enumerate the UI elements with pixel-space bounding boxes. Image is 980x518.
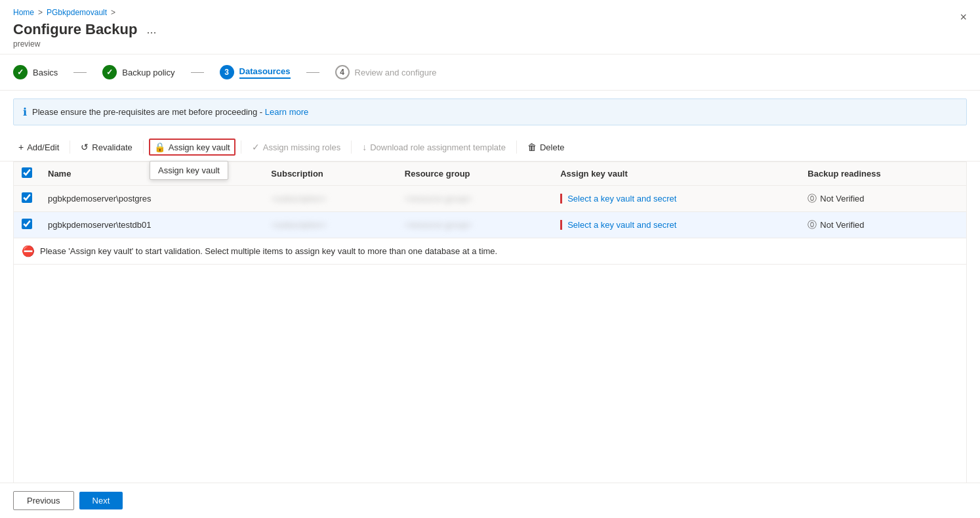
error-row: ⛔ Please 'Assign key vault' to start val… xyxy=(14,238,966,265)
row2-key-vault-link[interactable]: Select a key vault and secret xyxy=(560,220,676,230)
row2-name: pgbkpdemoserver\testdb01 xyxy=(40,212,263,238)
delete-icon: 🗑 xyxy=(527,142,537,152)
step-label-datasources: Datasources xyxy=(239,66,291,79)
step-circle-datasources: 3 xyxy=(220,65,234,79)
page-container: Home > PGbkpdemovault > Configure Backup… xyxy=(0,0,980,518)
header: Home > PGbkpdemovault > Configure Backup… xyxy=(0,0,980,54)
ellipsis-button[interactable]: ... xyxy=(142,22,160,38)
step-basics[interactable]: ✓ Basics xyxy=(13,65,58,79)
col-assign-key-vault: Assign key vault xyxy=(552,162,800,186)
title-row: Configure Backup ... xyxy=(13,21,967,38)
toolbar-divider-2 xyxy=(143,140,144,154)
revalidate-icon: ↺ xyxy=(81,142,89,152)
question-icon-row1: ⓪ xyxy=(807,193,817,205)
revalidate-button[interactable]: ↺ Revalidate xyxy=(75,139,137,156)
step-label-basics: Basics xyxy=(33,68,58,77)
next-button[interactable]: Next xyxy=(79,492,123,509)
row1-name: pgbkpdemoserver\postgres xyxy=(40,186,263,212)
info-icon: ℹ xyxy=(23,106,27,118)
col-backup-readiness: Backup readiness xyxy=(800,162,966,186)
row2-key-vault: Select a key vault and secret xyxy=(552,212,800,238)
previous-button[interactable]: Previous xyxy=(13,491,74,510)
assign-key-vault-tooltip: Assign key vault xyxy=(150,161,228,180)
row1-checkbox[interactable] xyxy=(22,192,32,203)
toolbar: + Add/Edit ↺ Revalidate 🔒 Assign key vau… xyxy=(0,133,980,162)
col-subscription: Subscription xyxy=(263,162,397,186)
steps-bar: ✓ Basics ✓ Backup policy 3 Datasources 4… xyxy=(0,54,980,91)
delete-button[interactable]: 🗑 Delete xyxy=(522,139,570,156)
info-bar: ℹ Please ensure the pre-requisites are m… xyxy=(13,98,967,125)
page-title: Configure Backup xyxy=(13,21,137,38)
key-vault-icon: 🔒 xyxy=(154,142,165,152)
step-label-backup-policy: Backup policy xyxy=(122,68,174,77)
step-circle-basics: ✓ xyxy=(13,65,28,79)
step-circle-review: 4 xyxy=(335,65,350,79)
footer: Previous Next xyxy=(0,483,980,518)
breadcrumb: Home > PGbkpdemovault > xyxy=(13,8,967,17)
add-edit-button[interactable]: + Add/Edit xyxy=(13,139,64,156)
error-cell: ⛔ Please 'Assign key vault' to start val… xyxy=(14,238,966,265)
step-datasources[interactable]: 3 Datasources xyxy=(220,65,291,79)
toolbar-divider-5 xyxy=(516,140,517,154)
table-row: pgbkpdemoserver\testdb01 <subscription> … xyxy=(14,212,966,238)
row2-backup-readiness: ⓪ Not Verified xyxy=(800,212,966,238)
row1-subscription: <subscription> xyxy=(263,186,397,212)
row2-checkbox-cell xyxy=(14,212,40,238)
preview-label: preview xyxy=(13,39,967,49)
row1-key-vault: Select a key vault and secret xyxy=(552,186,800,212)
row2-subscription: <subscription> xyxy=(263,212,397,238)
step-backup-policy[interactable]: ✓ Backup policy xyxy=(102,65,174,79)
download-template-button[interactable]: ↓ Download role assignment template xyxy=(357,139,511,156)
row1-resource-group: <resource group> xyxy=(397,186,552,212)
breadcrumb-vault[interactable]: PGbkpdemovault xyxy=(47,8,107,17)
check-icon: ✓ xyxy=(252,142,260,152)
select-all-cell xyxy=(14,162,40,186)
breadcrumb-home[interactable]: Home xyxy=(13,8,34,17)
assign-missing-roles-button[interactable]: ✓ Assign missing roles xyxy=(247,139,346,156)
error-icon: ⛔ xyxy=(22,245,35,257)
row1-key-vault-link[interactable]: Select a key vault and secret xyxy=(560,194,676,204)
select-all-checkbox[interactable] xyxy=(22,167,32,178)
toolbar-divider-1 xyxy=(70,140,70,154)
info-text: Please ensure the pre-requisites are met… xyxy=(32,107,308,117)
step-divider-3 xyxy=(306,72,319,73)
table-container: Name Subscription Resource group Assign … xyxy=(13,162,967,518)
step-divider-1 xyxy=(73,72,87,73)
toolbar-divider-4 xyxy=(351,140,352,154)
close-button[interactable]: × xyxy=(960,11,967,24)
step-review[interactable]: 4 Review and configure xyxy=(335,65,437,79)
col-resource-group: Resource group xyxy=(397,162,552,186)
row1-checkbox-cell xyxy=(14,186,40,212)
download-icon: ↓ xyxy=(362,142,367,152)
row2-resource-group: <resource group> xyxy=(397,212,552,238)
toolbar-divider-3 xyxy=(241,140,241,154)
row1-backup-readiness: ⓪ Not Verified xyxy=(800,186,966,212)
step-divider-2 xyxy=(191,72,204,73)
question-icon-row2: ⓪ xyxy=(807,219,817,231)
table-row: pgbkpdemoserver\postgres <subscription> … xyxy=(14,186,966,212)
step-circle-backup-policy: ✓ xyxy=(102,65,117,79)
assign-key-vault-button[interactable]: 🔒 Assign key vault xyxy=(149,139,235,156)
row2-checkbox[interactable] xyxy=(22,219,32,229)
step-label-review: Review and configure xyxy=(355,68,437,77)
learn-more-link[interactable]: Learn more xyxy=(265,107,308,117)
add-icon: + xyxy=(18,142,24,152)
